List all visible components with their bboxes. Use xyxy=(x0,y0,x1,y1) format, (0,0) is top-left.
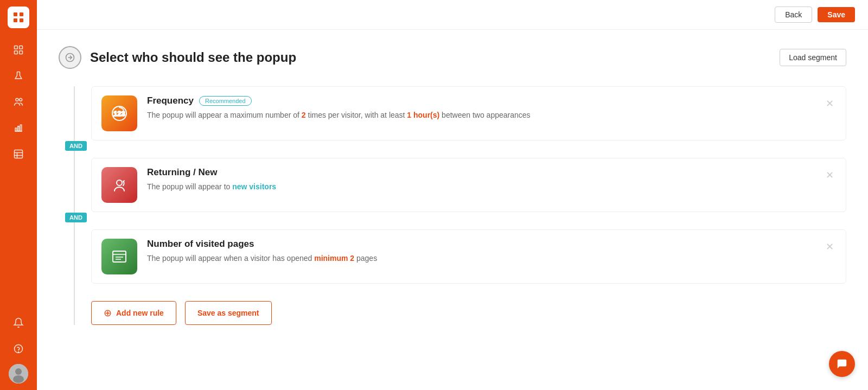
page-header-left: Select who should see the popup xyxy=(59,46,296,69)
svg-rect-29 xyxy=(113,251,126,262)
visited-pages-min: minimum 2 xyxy=(314,254,354,263)
add-rule-label: Add new rule xyxy=(116,309,164,317)
svg-rect-6 xyxy=(15,51,18,54)
chat-bubble[interactable] xyxy=(829,351,855,377)
rule-description-frequency: The popup will appear a maximum number o… xyxy=(147,110,824,121)
rule-title-frequency: Frequency xyxy=(147,95,194,106)
save-button[interactable]: Save xyxy=(818,7,855,22)
rule-title-returning: Returning / New xyxy=(147,167,217,178)
sidebar-item-bell[interactable] xyxy=(8,312,29,334)
main-content: Back Save Select who should see the popu… xyxy=(37,0,868,390)
rule-body-visited-pages: Number of visited pages The popup will a… xyxy=(147,239,824,264)
svg-point-23 xyxy=(13,375,24,383)
svg-text:123: 123 xyxy=(113,110,125,118)
sidebar-item-grid[interactable] xyxy=(8,39,29,61)
svg-rect-4 xyxy=(15,46,18,49)
save-segment-button[interactable]: Save as segment xyxy=(185,301,272,325)
svg-rect-1 xyxy=(20,12,23,16)
bottom-actions: ⊕ Add new rule Save as segment xyxy=(91,301,846,325)
rule-title-row-frequency: Frequency Recommended xyxy=(147,95,824,106)
rule-body-frequency: Frequency Recommended The popup will app… xyxy=(147,95,824,121)
topbar: Back Save xyxy=(37,0,868,30)
add-rule-icon: ⊕ xyxy=(104,307,112,319)
svg-point-20 xyxy=(18,351,19,352)
svg-rect-12 xyxy=(15,128,17,131)
svg-rect-15 xyxy=(15,150,23,158)
rule-icon-visited-pages xyxy=(101,239,137,274)
sidebar xyxy=(0,0,37,390)
rule-icon-frequency: 123 xyxy=(101,95,137,131)
recommended-badge: Recommended xyxy=(199,96,252,106)
rule-title-row-visited-pages: Number of visited pages xyxy=(147,239,824,250)
svg-rect-7 xyxy=(20,51,23,54)
svg-point-22 xyxy=(15,368,22,375)
and-separator-1: AND xyxy=(91,140,846,158)
close-frequency-button[interactable]: ✕ xyxy=(824,95,836,112)
sidebar-item-table[interactable] xyxy=(8,143,29,165)
svg-rect-2 xyxy=(14,18,17,22)
rule-description-returning: The popup will appear to new visitors xyxy=(147,181,824,193)
rule-title-visited-pages: Number of visited pages xyxy=(147,239,254,250)
back-button[interactable]: Back xyxy=(775,7,812,23)
rule-title-row-returning: Returning / New xyxy=(147,167,824,178)
svg-rect-3 xyxy=(20,18,23,22)
frequency-times: 2 xyxy=(302,111,306,119)
svg-point-10 xyxy=(20,98,22,101)
load-segment-button[interactable]: Load segment xyxy=(780,49,846,66)
and-badge-2: AND xyxy=(65,213,87,222)
user-avatar[interactable] xyxy=(9,364,28,383)
svg-point-9 xyxy=(16,98,18,101)
rules-container: 123 Frequency Recommended The popup will… xyxy=(59,86,846,325)
content-area: Select who should see the popup Load seg… xyxy=(37,30,868,390)
svg-rect-14 xyxy=(20,125,22,131)
svg-rect-0 xyxy=(14,12,17,16)
rule-icon-returning xyxy=(101,167,137,203)
and-badge-1: AND xyxy=(65,141,87,151)
frequency-interval: 1 hour(s) xyxy=(407,111,439,119)
rule-card-frequency: 123 Frequency Recommended The popup will… xyxy=(91,86,846,140)
svg-rect-13 xyxy=(18,126,20,131)
page-header: Select who should see the popup Load seg… xyxy=(59,46,846,69)
svg-point-28 xyxy=(117,180,122,186)
returning-visitor-type: new visitors xyxy=(232,182,276,191)
close-returning-button[interactable]: ✕ xyxy=(824,167,836,183)
timeline-line xyxy=(74,86,75,325)
step-icon xyxy=(59,46,81,69)
sidebar-item-users[interactable] xyxy=(8,91,29,113)
rule-card-returning: Returning / New The popup will appear to… xyxy=(91,158,846,212)
and-separator-2: AND xyxy=(91,212,846,229)
svg-rect-5 xyxy=(20,46,23,49)
rule-card-visited-pages: Number of visited pages The popup will a… xyxy=(91,229,846,284)
close-visited-pages-button[interactable]: ✕ xyxy=(824,239,836,255)
sidebar-item-flask[interactable] xyxy=(8,65,29,87)
sidebar-item-chart[interactable] xyxy=(8,117,29,139)
app-logo[interactable] xyxy=(8,7,29,28)
rule-body-returning: Returning / New The popup will appear to… xyxy=(147,167,824,193)
page-title: Select who should see the popup xyxy=(90,50,296,65)
add-rule-button[interactable]: ⊕ Add new rule xyxy=(91,301,176,325)
sidebar-item-help[interactable] xyxy=(8,338,29,360)
rule-description-visited-pages: The popup will appear when a visitor has… xyxy=(147,253,824,264)
